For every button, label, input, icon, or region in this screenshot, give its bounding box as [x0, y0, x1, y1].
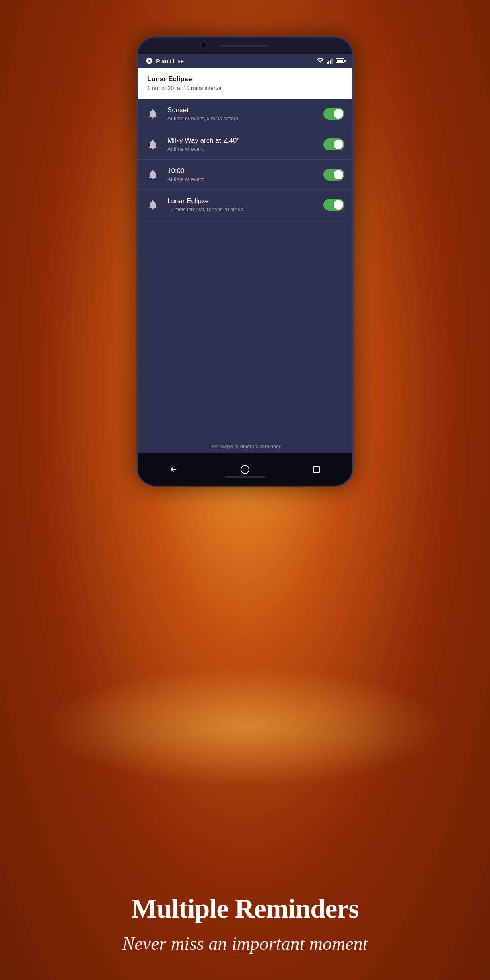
phone-power-button	[352, 126, 354, 150]
phone-camera	[200, 41, 207, 49]
wifi-icon	[316, 58, 324, 64]
list-item: Lunar Eclipse 10 mins interval, repeat 2…	[138, 190, 352, 220]
reminder-list: Sunset At time of event, 5 mins before M…	[138, 99, 352, 220]
toggle-3[interactable]	[323, 169, 344, 181]
svg-rect-0	[327, 62, 328, 64]
svg-rect-2	[330, 60, 331, 64]
status-app-name: Planit Live	[156, 58, 184, 64]
svg-point-4	[241, 465, 249, 474]
reminder-desc-4: 10 mins interval, repeat 20 times	[167, 206, 323, 212]
sub-title: Never miss an important moment	[16, 932, 474, 956]
reminder-text-3: 10:00 At time of event	[167, 167, 323, 182]
main-title: Multiple Reminders	[16, 894, 474, 924]
background-bottom-glow	[44, 666, 446, 787]
reminder-desc-1: At time of event, 5 mins before	[167, 115, 323, 121]
phone-bottom-speaker	[225, 476, 265, 478]
toggle-1[interactable]	[323, 108, 344, 120]
bell-icon-1	[146, 107, 160, 121]
bottom-hint: Left swipe to delete a reminder	[138, 443, 352, 449]
phone-frame: Planit Live Lu	[136, 36, 354, 487]
bell-icon-3	[146, 167, 160, 182]
reminder-name-3: 10:00	[167, 167, 323, 175]
signal-icon	[327, 58, 333, 64]
planit-icon	[146, 57, 153, 64]
bell-icon-4	[146, 198, 160, 212]
bell-icon-2	[146, 137, 160, 152]
nav-bar	[138, 453, 352, 486]
recent-square-icon	[313, 465, 321, 474]
list-item: 10:00 At time of event	[138, 160, 352, 190]
notification-subtitle: 1 out of 20, at 10 mins interval	[147, 85, 343, 91]
reminder-desc-2: At time of event	[167, 146, 323, 152]
reminder-desc-3: At time of event	[167, 176, 323, 182]
svg-rect-5	[314, 467, 320, 473]
phone-speaker	[221, 45, 269, 47]
reminder-name-1: Sunset	[167, 106, 323, 114]
list-item: Milky Way arch at ∠40° At time of event	[138, 129, 352, 160]
status-bar-left: Planit Live	[146, 57, 184, 64]
status-bar-right	[316, 58, 344, 64]
recent-button[interactable]	[309, 461, 325, 478]
reminder-text-2: Milky Way arch at ∠40° At time of event	[167, 136, 323, 152]
home-button[interactable]	[237, 461, 253, 478]
text-section: Multiple Reminders Never miss an importa…	[0, 894, 490, 956]
svg-rect-3	[331, 58, 333, 64]
back-button[interactable]	[165, 461, 181, 478]
notification-card: Lunar Eclipse 1 out of 20, at 10 mins in…	[138, 68, 352, 99]
svg-rect-1	[328, 61, 329, 64]
reminder-name-4: Lunar Eclipse	[167, 197, 323, 205]
reminder-text-4: Lunar Eclipse 10 mins interval, repeat 2…	[167, 197, 323, 212]
reminder-text-1: Sunset At time of event, 5 mins before	[167, 106, 323, 121]
status-bar: Planit Live	[138, 54, 352, 68]
toggle-4[interactable]	[323, 199, 344, 211]
back-arrow-icon	[169, 465, 178, 474]
notification-title: Lunar Eclipse	[147, 75, 343, 83]
home-circle-icon	[240, 465, 250, 474]
reminder-name-2: Milky Way arch at ∠40°	[167, 136, 323, 145]
list-item: Sunset At time of event, 5 mins before	[138, 99, 352, 129]
phone-screen: Lunar Eclipse 1 out of 20, at 10 mins in…	[138, 68, 352, 453]
toggle-2[interactable]	[323, 138, 344, 150]
battery-icon	[336, 58, 344, 63]
